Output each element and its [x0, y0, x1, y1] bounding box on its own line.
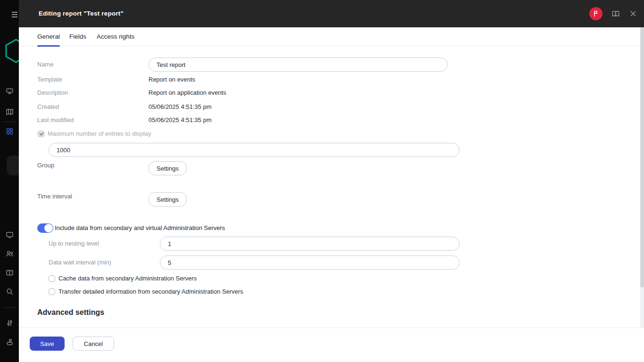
map-icon[interactable]	[6, 108, 14, 116]
cancel-button[interactable]: Cancel	[73, 337, 114, 351]
tab-access-rights[interactable]: Access rights	[97, 27, 136, 46]
created-label: Created	[37, 102, 59, 112]
servers-icon[interactable]	[6, 269, 14, 277]
tab-bar: General Fields Access rights	[19, 27, 644, 46]
apps-grid-icon[interactable]	[6, 127, 14, 135]
last-modified-value: 05/06/2025 4:51:35 pm	[149, 115, 212, 125]
nesting-level-label: Up to nesting level	[49, 239, 99, 248]
header-actions	[589, 0, 637, 27]
dialog-header: Editing report "Test report"	[19, 0, 644, 27]
dialog-title: Editing report "Test report"	[39, 10, 124, 17]
dialog-footer: Save Cancel	[19, 328, 644, 362]
max-entries-label: Maximum number of entries to display	[48, 129, 151, 139]
menu-icon[interactable]	[12, 12, 17, 18]
console-settings-icon[interactable]	[6, 319, 14, 327]
max-entries-input[interactable]	[49, 143, 460, 157]
transfer-info-checkbox[interactable]	[49, 288, 55, 295]
save-button[interactable]: Save	[30, 337, 65, 351]
scrollbar-thumb[interactable]	[640, 27, 644, 288]
left-nav-sidebar	[0, 0, 19, 362]
devices-icon[interactable]	[6, 87, 14, 95]
tab-fields[interactable]: Fields	[69, 27, 87, 46]
group-settings-button[interactable]: Settings	[149, 161, 187, 175]
sidebar-divider	[4, 307, 16, 308]
scrollbar-track[interactable]	[640, 27, 644, 328]
last-modified-label: Last modified	[37, 115, 74, 125]
cache-data-label: Cache data from secondary Administration…	[58, 274, 197, 283]
close-icon[interactable]	[629, 9, 637, 18]
group-label: Group	[37, 161, 54, 170]
advanced-settings-heading: Advanced settings	[37, 308, 104, 317]
description-label: Description	[37, 88, 68, 98]
name-input[interactable]	[149, 58, 448, 72]
users-icon[interactable]	[6, 250, 14, 258]
flag-icon	[592, 10, 600, 17]
include-secondary-toggle[interactable]	[37, 223, 53, 233]
search-icon[interactable]	[6, 288, 14, 296]
flag-button[interactable]	[589, 7, 603, 20]
account-icon[interactable]	[6, 338, 14, 346]
sidebar-active-item-highlight	[7, 156, 19, 175]
template-label: Template	[37, 75, 62, 84]
include-secondary-label: Include data from secondary and virtual …	[55, 223, 225, 233]
monitoring-icon[interactable]	[6, 231, 14, 239]
template-value: Report on events	[149, 75, 195, 84]
created-value: 05/06/2025 4:51:35 pm	[149, 102, 212, 112]
name-label: Name	[37, 60, 54, 69]
time-interval-settings-button[interactable]: Settings	[149, 192, 187, 206]
tab-general[interactable]: General	[37, 27, 60, 46]
description-value: Report on application events	[149, 88, 226, 98]
dialog-body: Name Template Report on events Descripti…	[19, 46, 640, 328]
wait-interval-input[interactable]	[160, 255, 460, 270]
edit-report-dialog: Editing report "Test report"	[19, 0, 644, 362]
max-entries-checkbox[interactable]	[38, 131, 44, 137]
transfer-info-label: Transfer detailed information from secon…	[58, 287, 243, 296]
time-interval-label: Time interval	[37, 192, 72, 201]
sidebar-divider	[4, 122, 16, 122]
book-icon[interactable]	[611, 9, 620, 18]
kaspersky-logo	[5, 39, 19, 63]
wait-interval-label: Data wait interval (min)	[49, 258, 111, 267]
toggle-knob	[44, 224, 53, 232]
nesting-level-input[interactable]	[160, 237, 460, 251]
cache-data-checkbox[interactable]	[49, 275, 55, 282]
